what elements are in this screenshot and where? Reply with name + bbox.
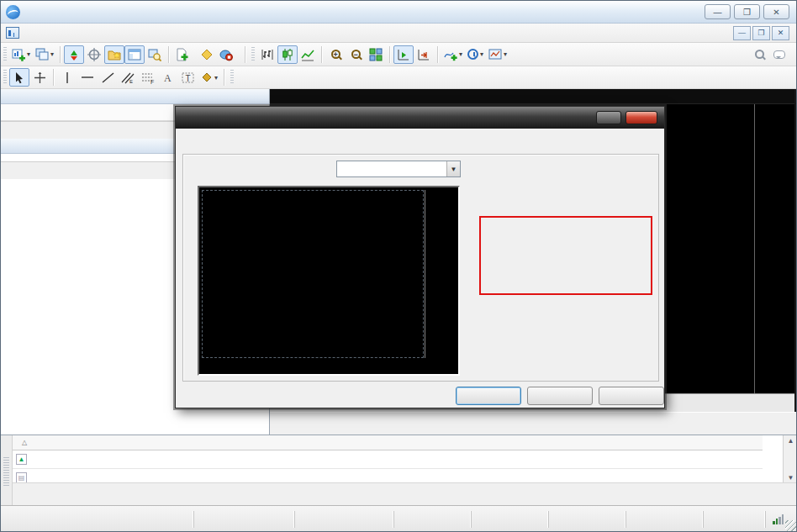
shapes-tool-button[interactable]: ▾ <box>198 68 220 87</box>
dialog-titlebar[interactable] <box>176 107 664 129</box>
restore-button[interactable]: ❐ <box>734 4 760 19</box>
menu-tools[interactable] <box>92 31 108 34</box>
tab-scroll-arrows <box>786 429 791 435</box>
menu-help[interactable] <box>125 31 142 34</box>
status-bar-time <box>294 511 393 528</box>
connection-status-icon <box>765 511 785 528</box>
metaeditor-button[interactable] <box>197 45 217 64</box>
mt4-window: — ❐ ✕ — ❐ ✕ ▾ ▾ <box>0 0 797 532</box>
toolbar-separator <box>53 69 54 86</box>
vertical-line-icon <box>62 71 72 84</box>
market-watch-header <box>1 89 269 104</box>
ok-button[interactable] <box>456 387 521 405</box>
market-watch-icon <box>67 48 81 61</box>
main-price-scale[interactable] <box>755 104 794 393</box>
standard-toolbar: ▾ ▾ <box>1 43 796 66</box>
history-row-balance[interactable]: ▲ <box>13 450 763 469</box>
zoom-in-icon: + <box>331 50 340 59</box>
label-icon: T <box>182 71 195 84</box>
crosshair-tool-button[interactable] <box>29 68 50 87</box>
menu-file[interactable] <box>24 31 41 34</box>
trendline-tool-button[interactable] <box>98 68 118 87</box>
horizontal-line-tool-button[interactable] <box>77 68 98 87</box>
scroll-down-icon[interactable]: ▼ <box>788 474 794 482</box>
titlebar: — ❐ ✕ <box>1 1 796 24</box>
terminal-grip[interactable] <box>3 457 9 486</box>
candlestick-chart-button[interactable] <box>277 45 298 64</box>
new-order-button[interactable] <box>172 45 197 64</box>
data-window-button[interactable] <box>84 45 104 64</box>
menu-window[interactable] <box>108 31 125 34</box>
line-chart-button[interactable] <box>298 45 318 64</box>
toolbar-grip[interactable] <box>251 47 255 62</box>
menu-view[interactable] <box>41 31 58 34</box>
terminal-header-row: △ <box>13 435 763 450</box>
chat-icon <box>773 50 785 59</box>
clock-icon <box>467 49 478 60</box>
reset-button[interactable] <box>599 387 664 405</box>
autotrading-button[interactable] <box>217 45 241 64</box>
toolbar-grip[interactable] <box>3 47 7 62</box>
terminal-scrollbar[interactable]: ▲ ▼ <box>783 435 797 483</box>
cursor-tool-button[interactable] <box>9 68 29 87</box>
menu-charts[interactable] <box>75 31 92 34</box>
market-watch-toggle-button[interactable] <box>64 45 84 64</box>
zoom-in-button[interactable]: + <box>325 45 346 64</box>
mdi-close-button[interactable]: ✕ <box>772 26 789 40</box>
indicators-button[interactable]: ▾ <box>441 45 465 64</box>
vertical-line-tool-button[interactable] <box>57 68 77 87</box>
toolbar-separator <box>60 46 61 63</box>
crosshair-icon <box>87 48 101 61</box>
toolbar-grip[interactable] <box>230 70 234 85</box>
text-tool-button[interactable]: A <box>158 68 178 87</box>
menu-insert[interactable] <box>58 31 75 34</box>
preview-time-axis <box>202 359 424 372</box>
new-chart-button[interactable]: ▾ <box>9 45 33 64</box>
resize-grip[interactable] <box>785 520 796 531</box>
profiles-icon <box>35 48 49 61</box>
col-order[interactable]: △ <box>13 439 88 446</box>
search-button[interactable] <box>749 45 769 64</box>
minimize-button[interactable]: — <box>705 4 731 19</box>
mdi-restore-button[interactable]: ❐ <box>752 26 770 40</box>
shapes-icon <box>201 71 213 83</box>
status-bar <box>1 505 797 532</box>
tile-windows-button[interactable] <box>366 45 386 64</box>
chevron-down-icon: ▾ <box>214 74 218 82</box>
profiles-button[interactable]: ▾ <box>33 45 56 64</box>
color-scheme-select[interactable]: ▼ <box>336 161 461 177</box>
terminal-panel-icon <box>128 48 141 61</box>
status-profile[interactable] <box>193 511 294 528</box>
strategy-tester-button[interactable] <box>145 45 165 64</box>
dialog-help-button[interactable] <box>596 111 621 124</box>
chart-doc-icon <box>6 27 19 39</box>
svg-text:T: T <box>186 73 191 82</box>
toolbar-separator <box>224 69 224 86</box>
template-icon <box>488 48 502 61</box>
status-volume <box>703 511 765 528</box>
auto-scroll-button[interactable] <box>393 45 414 64</box>
fibonacci-tool-button[interactable]: F <box>138 68 158 87</box>
terminal-toggle-button[interactable] <box>124 45 145 64</box>
fibonacci-icon: F <box>141 71 155 84</box>
cancel-button[interactable] <box>527 387 593 405</box>
scroll-up-icon[interactable]: ▲ <box>788 437 794 445</box>
close-button[interactable]: ✕ <box>763 4 789 19</box>
chat-button[interactable] <box>769 45 789 64</box>
new-chart-icon <box>12 48 25 61</box>
terminal-tabs <box>13 482 797 505</box>
chart-shift-button[interactable] <box>414 45 434 64</box>
chevron-down-icon: ▾ <box>50 50 54 58</box>
periods-button[interactable]: ▾ <box>465 45 486 64</box>
toolbar-grip[interactable] <box>3 70 7 85</box>
channel-tool-button[interactable]: E <box>118 68 138 87</box>
label-tool-button[interactable]: T <box>178 68 198 87</box>
zoom-out-button[interactable]: − <box>346 45 366 64</box>
toolbar-separator <box>321 46 322 63</box>
templates-button[interactable]: ▾ <box>486 45 509 64</box>
navigator-toggle-button[interactable] <box>104 45 124 64</box>
mdi-minimize-button[interactable]: — <box>733 26 751 40</box>
chevron-down-icon: ▾ <box>480 50 483 58</box>
dialog-close-button[interactable] <box>625 111 657 124</box>
bar-chart-button[interactable] <box>257 45 277 64</box>
